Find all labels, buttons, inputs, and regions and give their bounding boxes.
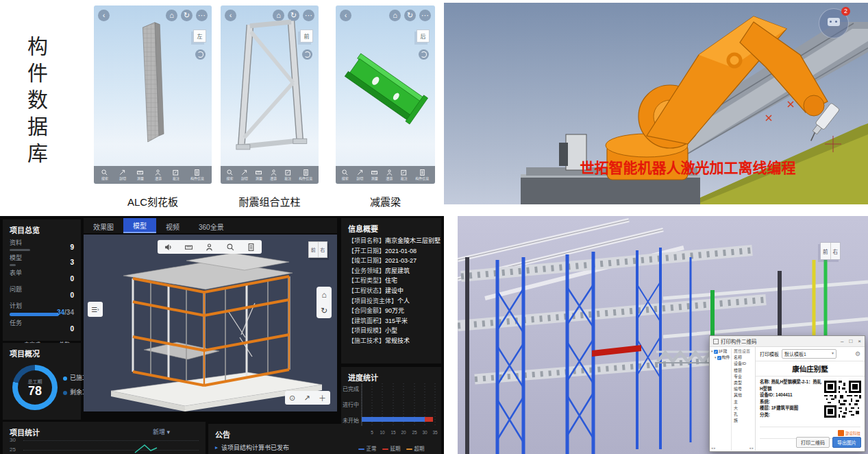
duration-donut-chart: 总工期 78	[12, 365, 58, 410]
annotate-tool[interactable]: 批注	[401, 169, 408, 180]
view-cube[interactable]: 前 右	[820, 242, 841, 260]
walkthrough-tool[interactable]: 漫游	[270, 169, 277, 180]
svg-text:10: 10	[380, 430, 385, 435]
viewport-toolbar	[158, 240, 262, 254]
screenshot-root: 构件数据库 ‹ ⌂ ↻ ⋯ 左 搜索 剖切 测量	[0, 0, 868, 454]
project-dashboard: 项目总览 资料 9 模型 3 表单 0 问题 0 计划	[0, 216, 444, 454]
project-overview-panel: 项目总览 资料 9 模型 3 表单 0 问题 0 计划	[3, 219, 81, 341]
orbit-button[interactable]	[302, 49, 312, 60]
export-image-button[interactable]: 导出图片	[832, 437, 861, 448]
steel-structure-section: 前 右 打印构件二维码 – □ × ▾ ✓	[458, 216, 868, 454]
print-qr-button[interactable]: 打印二维码	[796, 437, 830, 448]
move-icon[interactable]: ＋	[319, 392, 326, 403]
walkthrough-icon[interactable]	[206, 243, 213, 251]
svg-text:5: 5	[371, 430, 373, 435]
walkthrough-tool[interactable]: 漫游	[155, 169, 162, 180]
model-viewport[interactable]: 前 右 ⌂ ↻ ☰› ⊙ ↗ ＋	[84, 235, 337, 411]
brand-logo: 建谊科技	[838, 430, 860, 436]
plan-progress-bar	[10, 313, 59, 316]
viewer-toolbar: 搜索 剖切 测量 漫游 批注 构件信息	[221, 166, 319, 184]
view-cube[interactable]: 前	[300, 29, 313, 43]
panel-title: 信息概要	[341, 218, 441, 236]
search-icon[interactable]	[227, 243, 234, 251]
field-row: 设备ID: 1404411	[760, 392, 823, 398]
orbit-button[interactable]	[419, 49, 429, 60]
section-cut-tool[interactable]: 剖切	[119, 169, 126, 180]
card-caption: ALC刻花板	[94, 194, 212, 208]
card-caption: 耐震组合立柱	[221, 194, 319, 208]
horizontal-scrollbar[interactable]: ◂ ▸◂ ▸	[711, 446, 754, 450]
component-info-tool[interactable]: 构件信息	[299, 169, 312, 180]
svg-text:30: 30	[422, 430, 427, 435]
dialog-titlebar[interactable]: 打印构件二维码 – □ ×	[710, 336, 865, 347]
checkbox-checked[interactable]: ✓	[714, 350, 718, 354]
stat-row-plan: 计划 34/34	[3, 300, 81, 318]
tab-panorama[interactable]: 360全景	[189, 218, 234, 233]
close-button[interactable]: ×	[858, 338, 861, 344]
minimize-button[interactable]: –	[841, 338, 843, 344]
search-tool[interactable]: 搜索	[342, 169, 349, 180]
measure-tool[interactable]: 测量	[137, 169, 144, 180]
measure-tool[interactable]: 测量	[371, 169, 378, 180]
gear-icon[interactable]: ⚙	[855, 350, 860, 357]
search-tool[interactable]: 搜索	[227, 169, 234, 180]
notification-badge: 2	[841, 7, 850, 16]
measure-tool[interactable]: 测量	[256, 169, 262, 180]
panel-title: 项目概况	[3, 343, 81, 361]
model-tree-button[interactable]: ☰›	[88, 302, 103, 317]
template-label: 打印模板	[760, 350, 779, 357]
gridline	[23, 440, 199, 441]
walkthrough-tool[interactable]: 漫游	[386, 169, 393, 180]
dialog-content-pane: 打印模板 默认模板1 ▾ ⚙ 康仙庄别墅 名称: 热轧H型钢横梁-2-1：热轧H…	[756, 347, 865, 451]
tab-video[interactable]: 视频	[156, 218, 189, 233]
svg-text:进行中: 进行中	[343, 401, 359, 408]
checkbox-checked[interactable]: ✓	[717, 356, 721, 360]
project-statistics-panel: 项目统计 新增 ▾ 30 25	[3, 422, 206, 454]
assistant-avatar[interactable]: 2	[819, 8, 849, 38]
annotate-tool[interactable]: 批注	[173, 169, 179, 180]
view-cube[interactable]: 前 右	[308, 241, 327, 258]
tree-item[interactable]: ▾ ✓ 构件	[711, 355, 731, 361]
stat-row: 问题 0	[3, 284, 81, 300]
caret-icon: ▾	[711, 348, 713, 355]
info-row: 【建筑面积】315平米	[341, 316, 441, 326]
add-button[interactable]: 新增 ▾	[153, 427, 170, 436]
section-title-vertical: 构件数据库	[21, 36, 51, 169]
component-card-column: ‹ ⌂ ↻ ⋯ 前 搜索 剖切	[221, 5, 319, 184]
tab-model[interactable]: 模型	[123, 218, 156, 233]
annotate-tool[interactable]: 批注	[284, 169, 291, 180]
field-row: 楼层: 1F建筑平面图	[760, 405, 823, 411]
search-tool[interactable]: 搜索	[101, 169, 108, 180]
svg-text:35: 35	[432, 430, 438, 435]
logo-icon	[838, 430, 844, 436]
component-info-tool[interactable]: 构件信息	[190, 169, 204, 180]
view-cube[interactable]: 后	[417, 29, 430, 43]
measure-icon[interactable]	[185, 243, 193, 251]
info-row: 【工程类型】住宅	[341, 276, 441, 286]
stat-row: 表单 0	[3, 267, 81, 284]
component-card-alc-panel: ‹ ⌂ ↻ ⋯ 左 搜索 剖切 测量 漫游 批注	[94, 5, 212, 184]
svg-text:20: 20	[401, 430, 406, 435]
section-cut-tool[interactable]: 剖切	[356, 169, 363, 180]
document-icon[interactable]	[247, 243, 255, 251]
svg-text:15: 15	[390, 430, 396, 435]
info-row: 【竣工日期】2021-03-27	[341, 256, 441, 266]
section-cut-tool[interactable]: 剖切	[241, 169, 248, 180]
view-cube[interactable]: 左	[193, 29, 206, 43]
field-row: 分类:	[760, 411, 823, 418]
tree-item[interactable]: ▾ ✓ 1F建	[711, 348, 731, 355]
orbit-button[interactable]	[195, 49, 206, 60]
robot-3d-scene[interactable]: 世拓智能机器人激光加工离线编程	[444, 3, 868, 204]
stat-row: 任务 0	[3, 318, 81, 334]
share-icon[interactable]: ↗	[304, 394, 310, 403]
caret-icon: ▸	[215, 444, 218, 451]
component-info-tool[interactable]: 构件信息	[415, 169, 429, 180]
template-select[interactable]: 默认模板1 ▾	[782, 349, 836, 359]
tab-renderings[interactable]: 效果图	[84, 218, 123, 233]
home-view-button[interactable]: ⌂	[321, 290, 326, 300]
project-status-panel: 项目概况 总工期 78 已施工 剩余工期	[3, 343, 81, 420]
reset-rotate-button[interactable]: ↻	[321, 306, 327, 315]
maximize-button[interactable]: □	[849, 338, 852, 344]
settings-icon[interactable]: ⊙	[289, 394, 295, 403]
audio-icon[interactable]	[164, 243, 172, 251]
